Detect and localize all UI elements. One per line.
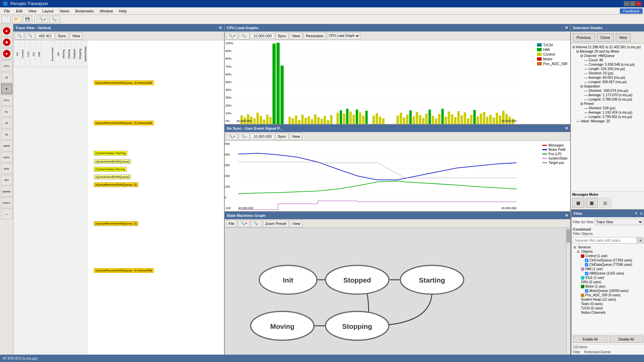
sidebar-more[interactable]: ··· (1, 209, 12, 220)
signal-zoom-in[interactable]: 🔍+ (226, 133, 237, 140)
filter-tree-motor[interactable]: Motor (1 use) (573, 284, 643, 289)
cpu-load-close[interactable]: ✕ (565, 25, 568, 30)
cpu-graph-type-select[interactable]: CPU Load Graph (327, 33, 360, 39)
sidebar-api[interactable]: API (1, 175, 12, 185)
ctrldataqueue-checkbox[interactable] (585, 263, 588, 266)
trace-zoom-out[interactable]: 🔍 (25, 32, 35, 40)
filter-tree-ctrldataqueue[interactable]: CtrlDataQueue (77596 uses) (573, 262, 643, 267)
filter-tree-notice-channels[interactable]: Notice Channels (573, 310, 643, 315)
trace-sync-button[interactable]: Sync (56, 32, 68, 40)
cpu-view-button[interactable]: View (290, 32, 303, 40)
state-scrollbar-thumb[interactable] (567, 229, 570, 243)
minimize-button[interactable]: — (624, 1, 629, 6)
sidebar-play[interactable]: ● (1, 48, 12, 59)
filter-view-select[interactable]: Trace View (595, 219, 643, 225)
trace-view-button[interactable]: View (70, 32, 83, 40)
trace-zoom-in[interactable]: 🔍 (15, 32, 24, 40)
signal-sync-button[interactable]: Sync (275, 133, 288, 140)
sel-icon-btn-2[interactable]: ▦ (586, 198, 598, 208)
zoom-out-button[interactable]: 🔍- (49, 16, 60, 23)
sm-view-button[interactable]: View (290, 220, 303, 227)
cpu-zoom-in[interactable]: 🔍+ (226, 32, 237, 40)
trace-event-moving[interactable]: {SystemState} Moving (94, 167, 126, 172)
menu-layout[interactable]: Layout (40, 8, 56, 14)
sidebar-actor[interactable]: Actor (1, 152, 12, 163)
sel-icon-btn-1[interactable]: ▦ (572, 198, 584, 208)
sidebar-events[interactable]: Ev (1, 106, 12, 117)
open-button[interactable]: 📂 (12, 16, 21, 23)
sidebar-actor2[interactable]: Acto (1, 163, 12, 174)
zoom-in-button[interactable]: 🔍+ (37, 16, 48, 23)
trace-event-send2[interactable]: xQueueSend(HMIQueue) (94, 175, 131, 179)
filter-tree-services[interactable]: ⊟ Services (573, 245, 643, 249)
sm-file-button[interactable]: File (226, 220, 237, 227)
trace-event-recv1[interactable]: xQueueReceive(HMIQueue, 0) (94, 182, 138, 187)
disable-all-button[interactable]: Disable All (609, 336, 643, 343)
cpu-resolution-button[interactable]: Resolution (304, 32, 326, 40)
close-button[interactable]: ✕ (636, 1, 641, 6)
save-button[interactable]: 💾 (23, 16, 32, 23)
filter-clear-button[interactable]: ✕ (637, 237, 643, 243)
sm-zoom-preset[interactable]: Zoom Preset (263, 220, 289, 227)
filter-tree-idle[interactable]: IDLE (1 use) (573, 276, 643, 280)
sidebar-stop[interactable]: ■ (1, 37, 12, 48)
filter-tree-tasks[interactable]: Tasks (0 uses) (573, 302, 643, 306)
sidebar-stream[interactable]: W (1, 72, 12, 83)
sidebar-init[interactable]: ● (1, 25, 12, 36)
sm-zoom-out[interactable]: 🔍- (251, 220, 262, 227)
menu-view[interactable]: View (26, 8, 39, 14)
filter-tree-system-heap[interactable]: System Heap (12 uses) (573, 297, 643, 302)
trace-view-close[interactable]: ✕ (219, 25, 222, 30)
trace-event-2[interactable]: xQueueReceive(HMIQueue, 0) timeout/fail (94, 121, 154, 125)
filter-tree-isrs[interactable]: ISRs (0 uses) (573, 280, 643, 284)
hmiqueue-checkbox[interactable] (585, 272, 588, 275)
menu-window[interactable]: Window (97, 8, 116, 14)
sidebar-stack[interactable]: Sk (1, 129, 12, 140)
menu-views[interactable]: Views (57, 8, 72, 14)
filter-tree-objects[interactable]: ⊟ Objects (573, 249, 643, 254)
filter-close-button[interactable]: ✕ (640, 212, 643, 216)
signal-zoom-out[interactable]: 🔍- (239, 133, 250, 140)
trace-event-starting[interactable]: {SystemState} Starting (94, 151, 127, 156)
objects-expand[interactable]: ⊟ (577, 250, 580, 253)
filter-objects-input[interactable] (573, 237, 637, 244)
trace-event-send1[interactable]: xQueueSend(HMIQueue) (94, 159, 131, 164)
filter-pin-button[interactable]: 🖈 (635, 212, 638, 216)
cpu-sync-button[interactable]: Sync (275, 32, 288, 40)
signal-close[interactable]: ✕ (565, 126, 568, 131)
state-machines-close[interactable]: ✕ (565, 213, 568, 218)
menu-help[interactable]: Help (116, 8, 129, 14)
prev-button[interactable]: Previous (573, 33, 595, 42)
services-expand[interactable]: ⊟ (574, 246, 577, 249)
signal-view-button[interactable]: View (290, 133, 303, 140)
sidebar-extint[interactable]: ExtInt (1, 197, 12, 208)
new-button[interactable]: 📄 (1, 16, 11, 23)
menu-file[interactable]: File (1, 8, 13, 14)
next-button[interactable]: Next (616, 33, 631, 42)
clone-button[interactable]: Clone (597, 33, 614, 42)
feedback-button[interactable]: Feedback (620, 8, 643, 14)
sidebar-trace[interactable]: CPU (1, 61, 12, 71)
trace-event-3[interactable]: xQueueReceive(HMIQueue, 0) timeout/fail (94, 268, 154, 273)
trace-event-1[interactable]: xQueueReceive(HMIQueue, 0) timeout/fail (94, 80, 154, 85)
sel-icon-btn-3[interactable]: ▦ (599, 198, 611, 208)
sidebar-stream2[interactable]: ▼ (1, 83, 12, 94)
sidebar-cpu[interactable]: CPU (1, 95, 12, 106)
maximize-button[interactable]: □ (630, 1, 635, 6)
sidebar-mem[interactable]: MEM (1, 140, 12, 151)
filter-tree-tzctrl[interactable]: TzCtrl (0 uses) (573, 306, 643, 310)
menu-bookmarks[interactable]: Bookmarks (73, 8, 97, 14)
filter-tree-pos-adc-isr[interactable]: Pos_ADC_ISR (0 uses) (573, 293, 643, 297)
sidebar-filter[interactable]: Fil (1, 118, 12, 128)
filter-tree-control[interactable]: Control (1 use) (573, 254, 643, 258)
cpu-zoom-out[interactable]: 🔍- (239, 32, 250, 40)
motorqueue-checkbox[interactable] (585, 289, 588, 293)
enable-all-button[interactable]: Enable All (573, 336, 607, 343)
filter-tree-hmiqueue[interactable]: HMIQueue (1155 uses) (573, 271, 643, 276)
filter-tree-hmi[interactable]: HMI (1 use) (573, 267, 643, 271)
state-scrollbar[interactable] (566, 228, 570, 355)
filter-tree-ctrlcmdqueue[interactable]: CtrlCmdQueue (27393 uses) (573, 258, 643, 262)
filter-tree-motorqueue[interactable]: MotorQueue (18393 uses) (573, 289, 643, 293)
trace-event-recv2[interactable]: xQueueReceive(HMIQueue, 0) (94, 221, 138, 226)
menu-edit[interactable]: Edit (13, 8, 25, 14)
